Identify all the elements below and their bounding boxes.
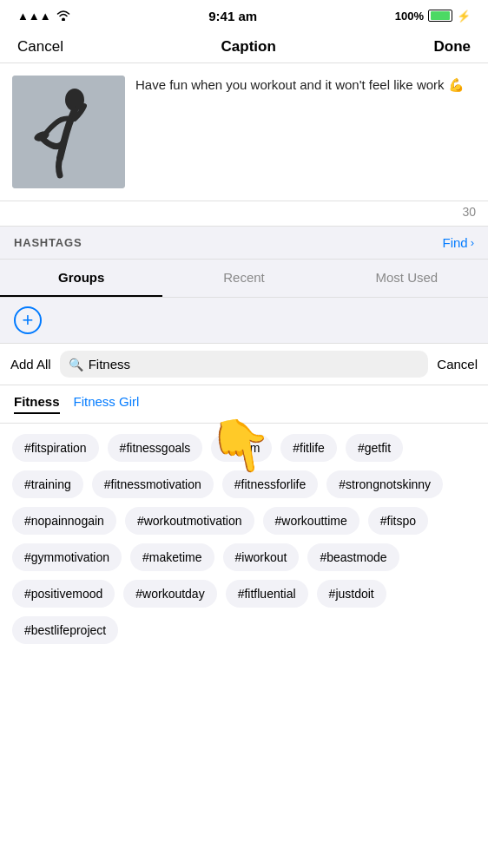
tag-positivemood[interactable]: #positivemood (12, 580, 115, 608)
status-bar: ▲▲▲ 9:41 am 100% ⚡ (0, 0, 488, 31)
caption-area: Have fun when you workout and it won't f… (0, 63, 488, 201)
cancel-button[interactable]: Cancel (17, 38, 63, 56)
search-bar[interactable]: 🔍 Fitness (60, 351, 429, 378)
tag-bestlifeproject[interactable]: #bestlifeproject (12, 616, 118, 644)
hashtags-label: HASHTAGS (14, 236, 82, 249)
tag-fitlife[interactable]: #fitlife (280, 434, 337, 462)
status-right: 100% ⚡ (395, 10, 471, 23)
tags-container: #fitspiration #fitnessgoals #fitfam #fit… (0, 424, 488, 654)
tag-beastmode[interactable]: #beastmode (307, 543, 399, 571)
search-icon: 🔍 (69, 358, 83, 372)
tag-workoutmotivation[interactable]: #workoutmotivation (125, 507, 254, 535)
result-tab-fitness-girl[interactable]: Fitness Girl (74, 394, 140, 414)
search-input[interactable]: Fitness (89, 357, 130, 372)
wifi-icon (56, 9, 71, 23)
tag-fitfam[interactable]: #fitfam (211, 434, 272, 462)
tab-groups[interactable]: Groups (0, 260, 162, 297)
battery-icon (428, 10, 452, 23)
add-all-button[interactable]: Add All (10, 357, 51, 372)
char-count-value: 30 (462, 205, 476, 219)
result-tabs: Fitness Fitness Girl (0, 385, 488, 424)
page-title: Caption (221, 38, 276, 56)
tag-getfit[interactable]: #getfit (346, 434, 403, 462)
tag-workoutday[interactable]: #workoutday (123, 580, 216, 608)
signal-icon: ▲▲▲ (17, 10, 51, 23)
tag-fitnessforlife[interactable]: #fitnessforlife (222, 470, 318, 498)
tag-gymmotivation[interactable]: #gymmotivation (12, 543, 122, 571)
char-count: 30 (0, 201, 488, 226)
tag-nopainnogain[interactable]: #nopainnogain (12, 507, 116, 535)
tag-fitspiration[interactable]: #fitspiration (12, 434, 99, 462)
nav-bar: Cancel Caption Done (0, 31, 488, 63)
status-left: ▲▲▲ (17, 9, 71, 23)
tag-iworkout[interactable]: #iworkout (223, 543, 300, 571)
tab-most-used[interactable]: Most Used (326, 260, 488, 297)
tag-justdoit[interactable]: #justdoit (317, 580, 386, 608)
charging-icon: ⚡ (457, 10, 471, 23)
tag-training[interactable]: #training (12, 470, 83, 498)
tab-recent[interactable]: Recent (162, 260, 325, 297)
chevron-right-icon: › (471, 236, 474, 249)
hashtags-header: HASHTAGS Find › (0, 226, 488, 260)
find-label: Find (442, 235, 467, 250)
find-button[interactable]: Find › (442, 235, 474, 250)
tag-workouttime[interactable]: #workouttime (263, 507, 359, 535)
caption-image (12, 76, 125, 188)
search-cancel-button[interactable]: Cancel (437, 357, 478, 372)
battery-percent: 100% (395, 10, 424, 23)
tag-fitspo[interactable]: #fitspo (368, 507, 428, 535)
add-group-row: + (0, 298, 488, 344)
tag-strongnotskinny[interactable]: #strongnotskinny (326, 470, 443, 498)
tag-fitnessgoals[interactable]: #fitnessgoals (108, 434, 203, 462)
hashtag-tabs: Groups Recent Most Used (0, 260, 488, 298)
result-tab-fitness[interactable]: Fitness (14, 394, 60, 414)
search-action-row: Add All 🔍 Fitness Cancel (0, 344, 488, 385)
done-button[interactable]: Done (433, 38, 471, 56)
caption-text[interactable]: Have fun when you workout and it won't f… (125, 76, 476, 188)
tag-fitnessmotivation[interactable]: #fitnessmotivation (92, 470, 214, 498)
status-time: 9:41 am (208, 9, 257, 23)
add-group-button[interactable]: + (14, 306, 42, 334)
tag-fitfluential[interactable]: #fitfluential (226, 580, 308, 608)
tag-maketime[interactable]: #maketime (130, 543, 214, 571)
